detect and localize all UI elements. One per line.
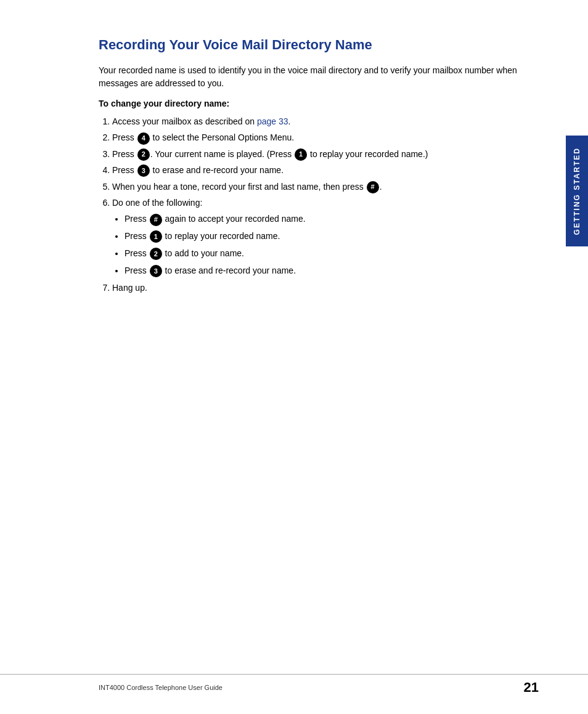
page-33-link[interactable]: page 33 <box>257 116 288 126</box>
key-hash-step5: # <box>367 181 379 193</box>
step-3: Press 2. Your current name is played. (P… <box>112 147 539 161</box>
step-1-text: Access your mailbox as described on <box>112 116 257 126</box>
steps-list: Access your mailbox as described on page… <box>99 115 539 294</box>
key-3-bullet4: 3 <box>150 265 162 277</box>
key-hash-bullet1: # <box>150 214 162 226</box>
page-footer: INT4000 Cordless Telephone User Guide 21 <box>0 674 588 696</box>
sidebar-label: GETTING STARTED <box>573 147 581 235</box>
bullet-1: Press # again to accept your recorded na… <box>125 212 539 227</box>
bullet-4: Press 3 to erase and re-record your name… <box>125 264 539 278</box>
page-number: 21 <box>524 680 539 696</box>
section-heading: To change your directory name: <box>99 99 539 108</box>
step-5: When you hear a tone, record your first … <box>112 180 539 193</box>
bullet-list: Press # again to accept your recorded na… <box>112 212 539 278</box>
step-2: Press 4 to select the Personal Options M… <box>112 131 539 144</box>
page-container: Recording Your Voice Mail Directory Name… <box>0 0 588 714</box>
step-7: Hang up. <box>112 281 539 294</box>
step-4: Press 3 to erase and re-record your name… <box>112 163 539 177</box>
key-4: 4 <box>137 132 150 145</box>
step-1: Access your mailbox as described on page… <box>112 115 539 128</box>
page-title: Recording Your Voice Mail Directory Name <box>99 37 539 53</box>
step-6: Do one of the following: Press # again t… <box>112 196 539 278</box>
key-2-bullet3: 2 <box>150 248 162 260</box>
footer-left-text: INT4000 Cordless Telephone User Guide <box>99 684 223 691</box>
bullet-2: Press 1 to replay your recorded name. <box>125 229 539 244</box>
intro-text: Your recorded name is used to identify y… <box>99 64 539 90</box>
sidebar-tab: GETTING STARTED <box>566 136 588 246</box>
key-3-step4: 3 <box>137 164 150 177</box>
key-1-step3: 1 <box>295 148 307 161</box>
key-1-bullet2: 1 <box>150 230 162 243</box>
bullet-3: Press 2 to add to your name. <box>125 246 539 261</box>
key-2-step3: 2 <box>137 148 150 161</box>
